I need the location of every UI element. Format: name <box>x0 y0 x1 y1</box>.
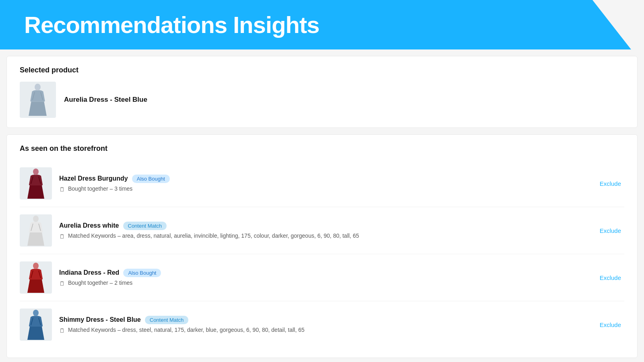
rec-title-row-2: Aurelia Dress white Content Match <box>59 222 589 230</box>
svg-point-9 <box>33 263 39 269</box>
rec-item-image-3 <box>20 261 52 294</box>
rec-title-row-4: Shimmy Dress - Steel Blue Content Match <box>59 316 589 324</box>
list-item: Shimmy Dress - Steel Blue Content Match … <box>20 301 624 348</box>
exclude-button-3[interactable]: Exclude <box>597 273 624 283</box>
rec-item-badge-4: Content Match <box>145 316 189 324</box>
rec-item-detail-text-4: Matched Keywords – dress, steel, natural… <box>68 327 305 333</box>
rec-item-detail-text-1: Bought together – 3 times <box>68 185 132 192</box>
rec-item-name-2: Aurelia Dress white <box>59 222 119 229</box>
doc-icon-1: 🗒 <box>59 186 65 193</box>
svg-point-3 <box>33 169 39 175</box>
rec-item-image-2 <box>20 214 52 247</box>
rec-item-info-4: Shimmy Dress - Steel Blue Content Match … <box>59 316 589 334</box>
rec-dress-svg-2 <box>25 216 47 246</box>
rec-item-action-4[interactable]: Exclude <box>597 320 624 330</box>
rec-item-detail-text-3: Bought together – 2 times <box>68 280 132 286</box>
exclude-button-1[interactable]: Exclude <box>597 179 624 189</box>
selected-product-name: Aurelia Dress - Steel Blue <box>64 96 147 104</box>
rec-item-image-1 <box>20 167 52 200</box>
rec-item-detail-1: 🗒 Bought together – 3 times <box>59 185 589 193</box>
doc-icon-4: 🗒 <box>59 327 65 334</box>
rec-item-detail-text-2: Matched Keywords – area, dress, natural,… <box>68 232 359 239</box>
rec-item-action-2[interactable]: Exclude <box>597 226 624 236</box>
list-item: Indiana Dress - Red Also Bought 🗒 Bought… <box>20 254 624 301</box>
rec-item-name-3: Indiana Dress - Red <box>59 269 119 276</box>
rec-item-info-2: Aurelia Dress white Content Match 🗒 Matc… <box>59 222 589 240</box>
storefront-label: As seen on the storefront <box>20 144 624 153</box>
header-banner: Recommendations Insights <box>0 0 644 49</box>
rec-item-info-3: Indiana Dress - Red Also Bought 🗒 Bought… <box>59 269 589 287</box>
rec-item-action-3[interactable]: Exclude <box>597 273 624 283</box>
selected-product-label: Selected product <box>20 66 624 74</box>
list-item: Aurelia Dress white Content Match 🗒 Matc… <box>20 207 624 254</box>
rec-item-badge-2: Content Match <box>123 222 167 230</box>
svg-point-0 <box>35 84 41 90</box>
svg-point-12 <box>33 310 39 316</box>
rec-item-detail-3: 🗒 Bought together – 2 times <box>59 280 589 287</box>
selected-product-image-svg <box>26 84 50 116</box>
rec-item-name-1: Hazel Dress Burgundy <box>59 175 128 182</box>
storefront-section: As seen on the storefront Hazel Dress Bu… <box>6 134 638 358</box>
rec-item-detail-2: 🗒 Matched Keywords – area, dress, natura… <box>59 232 589 240</box>
exclude-button-2[interactable]: Exclude <box>597 226 624 236</box>
rec-title-row-3: Indiana Dress - Red Also Bought <box>59 269 589 277</box>
rec-title-row-1: Hazel Dress Burgundy Also Bought <box>59 175 589 183</box>
rec-item-badge-3: Also Bought <box>123 269 161 277</box>
rec-item-badge-1: Also Bought <box>132 175 170 183</box>
rec-item-info-1: Hazel Dress Burgundy Also Bought 🗒 Bough… <box>59 175 589 193</box>
selected-product-section: Selected product Aurelia Dress - Steel B… <box>6 56 638 128</box>
doc-icon-3: 🗒 <box>59 280 65 287</box>
selected-product-image <box>20 82 56 118</box>
recommendation-list: Hazel Dress Burgundy Also Bought 🗒 Bough… <box>20 160 624 348</box>
rec-item-detail-4: 🗒 Matched Keywords – dress, steel, natur… <box>59 327 589 334</box>
rec-item-name-4: Shimmy Dress - Steel Blue <box>59 316 141 323</box>
doc-icon-2: 🗒 <box>59 233 65 240</box>
svg-point-6 <box>33 216 39 222</box>
rec-item-image-4 <box>20 309 52 341</box>
rec-dress-svg-3 <box>25 263 47 293</box>
list-item: Hazel Dress Burgundy Also Bought 🗒 Bough… <box>20 160 624 207</box>
rec-item-action-1[interactable]: Exclude <box>597 179 624 189</box>
selected-product-row: Aurelia Dress - Steel Blue <box>20 82 624 118</box>
rec-dress-svg-4 <box>25 310 47 340</box>
page-title: Recommendations Insights <box>24 11 319 38</box>
exclude-button-4[interactable]: Exclude <box>597 320 624 330</box>
rec-dress-svg-1 <box>25 169 47 199</box>
